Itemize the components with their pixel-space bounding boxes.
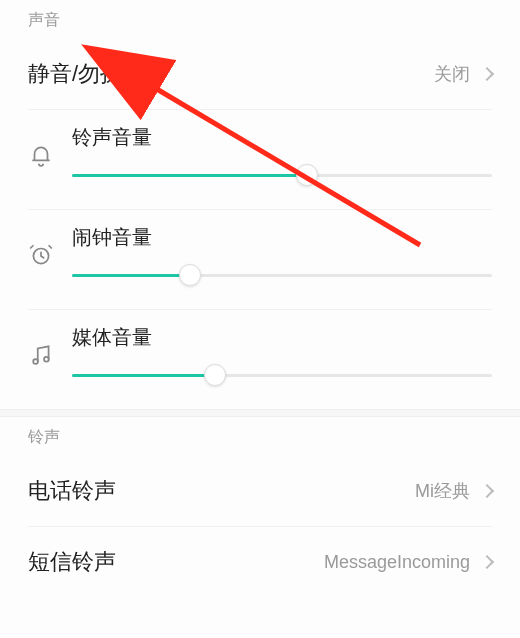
slider-thumb[interactable]: [204, 364, 226, 386]
row-dnd-value: 关闭: [434, 62, 470, 86]
section-header-ringtone: 铃声: [0, 417, 520, 456]
section-header-ringtone-label: 铃声: [28, 428, 60, 445]
section-header-sound-label: 声音: [28, 11, 60, 28]
slider-block-media: 媒体音量: [0, 310, 520, 409]
row-sms-ringtone-title: 短信铃声: [28, 547, 324, 577]
slider-fill: [72, 174, 307, 177]
chevron-right-icon: [480, 67, 494, 81]
row-phone-ringtone[interactable]: 电话铃声 Mi经典: [0, 456, 520, 526]
svg-point-2: [44, 357, 49, 362]
music-note-icon: [28, 342, 54, 368]
slider-thumb[interactable]: [296, 164, 318, 186]
slider-fill: [72, 274, 190, 277]
slider-block-alarm: 闹钟音量: [0, 210, 520, 309]
slider-ringtone-label: 铃声音量: [72, 124, 492, 151]
slider-block-ringtone: 铃声音量: [0, 110, 520, 209]
section-divider: [0, 409, 520, 417]
row-dnd-title: 静音/勿扰: [28, 59, 434, 89]
slider-media-label: 媒体音量: [72, 324, 492, 351]
row-dnd[interactable]: 静音/勿扰 关闭: [0, 39, 520, 109]
row-sms-ringtone[interactable]: 短信铃声 MessageIncoming: [0, 527, 520, 597]
alarm-clock-icon: [28, 242, 54, 268]
bell-icon: [28, 142, 54, 168]
svg-point-1: [33, 359, 38, 364]
row-sms-ringtone-value: MessageIncoming: [324, 552, 470, 573]
row-phone-ringtone-title: 电话铃声: [28, 476, 415, 506]
slider-media[interactable]: [72, 363, 492, 387]
row-phone-ringtone-value: Mi经典: [415, 479, 470, 503]
slider-alarm-label: 闹钟音量: [72, 224, 492, 251]
slider-ringtone[interactable]: [72, 163, 492, 187]
chevron-right-icon: [480, 555, 494, 569]
slider-alarm[interactable]: [72, 263, 492, 287]
slider-fill: [72, 374, 215, 377]
slider-thumb[interactable]: [179, 264, 201, 286]
chevron-right-icon: [480, 484, 494, 498]
section-header-sound: 声音: [0, 0, 520, 39]
